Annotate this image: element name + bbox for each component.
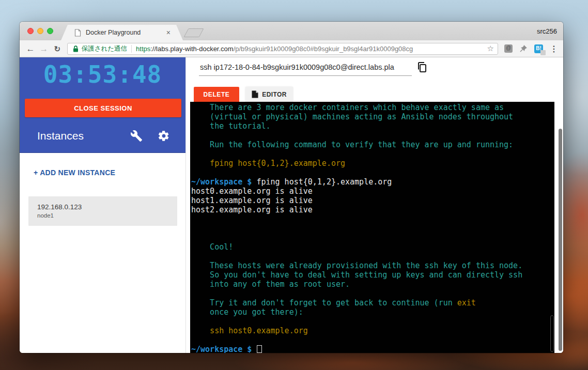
extension-badge [540,50,546,55]
terminal-line: the tutorial. [191,121,554,131]
instance-ip: 192.168.0.123 [37,203,169,211]
terminal-line: host2.example.org is alive [191,205,554,214]
terminal-line [191,149,554,159]
terminal-line: There are 3 more docker containers which… [191,103,554,112]
address-bar[interactable]: 保護された通信 https://labs.play-with-docker.co… [67,43,498,55]
terminal-line: host1.example.org is alive [191,196,554,205]
editor-tab[interactable]: EDITOR [245,87,293,102]
terminal-line: fping host{0,1,2}.example.org [191,159,554,168]
terminal-scrollbar[interactable] [550,315,554,352]
tab-docker-playground[interactable]: Docker Playground × [61,25,183,40]
terminal-line [191,233,554,242]
instance-item-node1[interactable]: 192.168.0.123 node1 [28,196,177,226]
url-text: https://labs.play-with-docker.com/p/b9sg… [136,45,484,53]
url-host: ://labs.play-with-docker.com [150,45,233,53]
terminal-line [191,224,554,233]
terminal-line [191,131,554,140]
browser-toolbar: ← → ↻ 保護された通信 https://labs.play-with-doc… [20,40,563,57]
terminal-line: These hosts were already provisioned wit… [191,261,554,270]
gear-icon[interactable] [158,130,170,142]
terminal-line: into any of them as root user. [191,280,554,289]
url-separator [131,45,132,53]
terminal-line: Run the following command to verify that… [191,140,554,149]
instances-header: Instances [37,130,170,142]
session-panel: 03:53:48 CLOSE SESSION Instances [20,57,185,153]
instances-title: Instances [37,130,115,142]
tab-title: Docker Playground [86,29,165,36]
minimize-window-button[interactable] [37,28,43,34]
terminal-line: (virtual or physical) machines acting as… [191,112,554,121]
terminal-line: Try it and don't forget to get back to c… [191,298,554,307]
terminal-line [191,214,554,224]
editor-label: EDITOR [262,91,287,98]
page-scrollbar[interactable] [559,129,562,351]
extension-pin-icon[interactable] [519,44,528,53]
forward-button[interactable]: → [37,44,51,53]
wrench-icon[interactable] [130,130,143,142]
extension-blue-icon[interactable]: B! [534,44,543,53]
terminal-line [191,289,554,298]
terminal-line: Cool! [191,242,554,252]
extension-book-icon[interactable] [504,44,513,53]
security-label: 保護された通信 [82,44,127,53]
terminal[interactable]: There are 3 more docker containers which… [190,102,554,353]
terminal-line: ssh host0.example.org [191,326,554,335]
terminal-line: So you don't have to deal with setting u… [191,270,554,280]
browser-window: Docker Playground × src256 ← → ↻ 保護された通信… [20,22,563,353]
instance-list: + ADD NEW INSTANCE 192.168.0.123 node1 [20,153,185,226]
bookmark-star-icon[interactable]: ☆ [487,44,494,53]
tab-strip: Docker Playground × src256 [20,22,563,40]
terminal-line [191,252,554,261]
terminal-line: host0.example.org is alive [191,187,554,196]
close-session-button[interactable]: CLOSE SESSION [25,99,181,117]
terminal-output: There are 3 more docker containers which… [191,103,554,353]
delete-button[interactable]: DELETE [194,87,239,102]
tab-close-icon[interactable]: × [165,29,172,36]
zoom-window-button[interactable] [47,28,53,34]
ssh-command-input[interactable] [199,61,412,76]
new-tab-button[interactable] [183,28,204,37]
page-favicon-icon [74,29,81,37]
page-content: 03:53:48 CLOSE SESSION Instances + ADD N… [20,57,563,353]
session-timer: 03:53:48 [20,60,185,88]
main-panel: DELETE EDITOR There are 3 more docker co… [186,57,563,353]
profile-label: src256 [537,27,557,35]
terminal-line: ~/workspace $ fping host{0,1,2}.example.… [191,177,554,187]
terminal-line [191,168,554,177]
terminal-line [191,317,554,326]
copy-icon[interactable] [415,61,429,74]
secure-lock-icon [73,45,79,52]
back-button[interactable]: ← [24,44,37,53]
terminal-line: once you got there): [191,307,554,317]
close-window-button[interactable] [27,28,34,34]
url-path: /p/b9sgkuir91k0009g08c0#b9sgkuir_b9sgl4a… [234,45,413,53]
url-scheme: https [136,45,150,53]
sidebar: 03:53:48 CLOSE SESSION Instances + ADD N… [20,57,186,353]
terminal-cursor [257,345,262,353]
browser-menu-icon[interactable]: ⋮ [550,44,558,54]
reload-button[interactable]: ↻ [51,45,64,53]
editor-file-icon [252,90,258,98]
add-new-instance-button[interactable]: + ADD NEW INSTANCE [34,168,185,177]
instance-name: node1 [37,212,169,219]
extension-area: B! ⋮ [504,44,558,54]
terminal-line: ~/workspace $ [191,345,554,353]
terminal-line [191,335,554,345]
